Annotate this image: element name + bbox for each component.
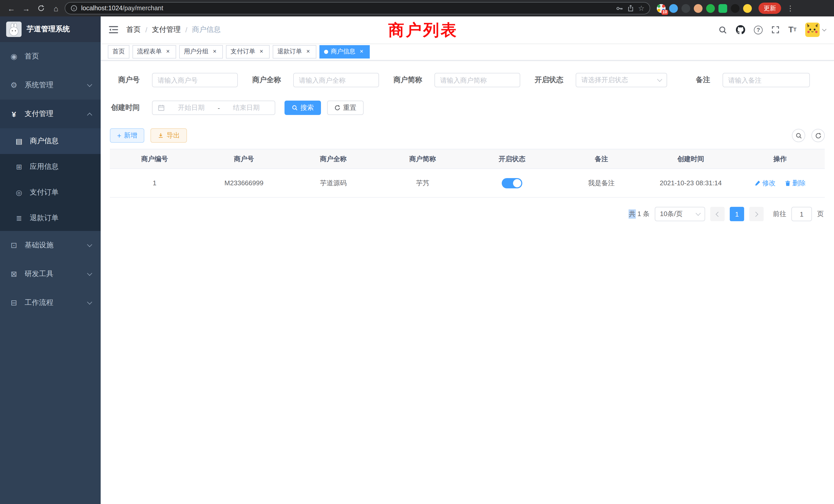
hamburger-icon[interactable] — [109, 26, 118, 34]
app-logo[interactable]: 芋道管理系统 — [0, 17, 101, 42]
app-logo-image — [6, 22, 22, 37]
extension-icon[interactable] — [731, 4, 740, 13]
extension-badge: 10 — [661, 9, 668, 15]
sidebar-item-system[interactable]: ⚙ 系统管理 — [0, 71, 101, 99]
sidebar-item-workflow[interactable]: ⊟ 工作流程 — [0, 289, 101, 317]
magnifier-icon — [795, 132, 802, 139]
sidebar-item-label: 支付订单 — [30, 188, 59, 197]
merchant-no-input[interactable] — [158, 76, 232, 84]
tab-user-group[interactable]: 用户分组 × — [179, 45, 223, 58]
status-select-placeholder: 请选择开启状态 — [581, 75, 628, 85]
filter-row-1: 商户号 商户全称 商户简称 开启状态 请选择开启状态 备注 — [105, 73, 830, 87]
extension-icon[interactable] — [719, 4, 727, 13]
tab-home[interactable]: 首页 — [108, 45, 129, 58]
password-key-icon[interactable] — [616, 4, 624, 12]
browser-chrome: ← → ⌂ localhost:1024/pay/merchant ☆ 10 — [0, 0, 834, 17]
extension-icon[interactable] — [694, 4, 703, 13]
sidebar-item-payment[interactable]: ¥ 支付管理 — [0, 99, 101, 128]
refresh-table-button[interactable] — [811, 129, 825, 142]
add-button[interactable]: + 新增 — [110, 128, 144, 143]
page-size-select[interactable]: 10条/页 — [655, 207, 705, 221]
search-icon[interactable] — [719, 25, 727, 34]
hide-search-button[interactable] — [792, 129, 805, 142]
prev-page-button[interactable] — [710, 207, 725, 221]
browser-menu-icon[interactable]: ⋮ — [787, 4, 794, 12]
tab-refund-order[interactable]: 退款订单 × — [273, 45, 316, 58]
full-name-input[interactable] — [299, 76, 373, 84]
goto-page-input[interactable] — [791, 207, 812, 221]
update-button[interactable]: 更新 — [759, 3, 781, 14]
tab-merchant-info[interactable]: 商户信息 × — [320, 45, 370, 58]
goto-label: 前往 — [773, 209, 786, 219]
breadcrumb-item[interactable]: 首页 — [126, 25, 141, 35]
tab-close-icon[interactable]: × — [164, 48, 172, 55]
status-select[interactable]: 请选择开启状态 — [576, 73, 667, 87]
sidebar-item-label: 工作流程 — [25, 298, 53, 307]
remark-input[interactable] — [728, 76, 804, 84]
sidebar-item-label: 应用信息 — [30, 162, 59, 171]
briefcase-icon: ⊟ — [9, 298, 19, 307]
font-size-icon[interactable]: TT — [788, 26, 796, 34]
next-page-button[interactable] — [749, 207, 764, 221]
help-icon[interactable]: ? — [754, 25, 763, 34]
breadcrumb-item[interactable]: 支付管理 — [152, 25, 181, 35]
address-bar[interactable]: localhost:1024/pay/merchant ☆ — [65, 2, 650, 14]
site-info-icon[interactable] — [70, 5, 78, 12]
table-toolbar: + 新增 导出 — [110, 128, 825, 143]
short-name-input[interactable] — [440, 76, 514, 84]
chevron-down-icon — [87, 242, 92, 247]
extension-icon[interactable]: 10 — [657, 4, 665, 13]
sidebar-item-refund-order[interactable]: ≣ 退款订单 — [0, 205, 101, 231]
breadcrumb: 首页 / 支付管理 / 商户信息 — [126, 25, 221, 35]
tab-payment-order[interactable]: 支付订单 × — [226, 45, 270, 58]
delete-link[interactable]: 删除 — [785, 178, 806, 188]
table-row[interactable]: 1 M233666999 芋道源码 芋艿 我是备注 2021-10-23 08:… — [110, 168, 825, 197]
gear-icon: ⚙ — [9, 81, 19, 90]
forward-button[interactable]: → — [20, 2, 32, 14]
main-content: 商户号 商户全称 商户简称 开启状态 请选择开启状态 备注 — [101, 61, 834, 504]
filter-merchant-no: 商户号 — [105, 73, 238, 87]
back-button[interactable]: ← — [5, 2, 18, 14]
date-range-picker[interactable]: 开始日期 - 结束日期 — [152, 100, 275, 115]
tab-close-icon[interactable]: × — [305, 48, 312, 55]
extension-icon[interactable] — [706, 4, 715, 13]
sidebar-item-label: 支付管理 — [25, 109, 53, 118]
share-icon[interactable] — [627, 5, 635, 12]
page-number-button[interactable]: 1 — [730, 207, 744, 221]
table-header-cell: 创建时间 — [646, 149, 736, 168]
sidebar-item-payment-order[interactable]: ◎ 支付订单 — [0, 180, 101, 205]
record-icon: ◎ — [14, 188, 24, 197]
sidebar-item-home[interactable]: ◉ 首页 — [0, 42, 101, 71]
cell-short-name: 芋艿 — [378, 168, 467, 197]
tab-close-icon[interactable]: × — [358, 48, 365, 55]
sidebar-item-app-info[interactable]: ⊞ 应用信息 — [0, 154, 101, 180]
page-size-value: 10条/页 — [660, 209, 682, 219]
home-icon: ⌂ — [54, 4, 58, 13]
user-menu[interactable] — [805, 23, 826, 37]
sidebar-item-infrastructure[interactable]: ⊡ 基础设施 — [0, 231, 101, 260]
fullscreen-icon[interactable] — [771, 26, 780, 34]
sidebar-item-label: 研发工具 — [25, 270, 53, 279]
cell-status — [467, 168, 557, 197]
bookmark-star-icon[interactable]: ☆ — [638, 4, 644, 12]
extension-icon[interactable] — [743, 4, 752, 13]
reload-button[interactable] — [35, 2, 47, 14]
github-icon[interactable] — [736, 25, 745, 35]
search-button[interactable]: 搜索 — [285, 100, 321, 115]
home-button[interactable]: ⌂ — [50, 2, 62, 14]
tab-close-icon[interactable]: × — [258, 48, 265, 55]
reset-button[interactable]: 重置 — [327, 100, 364, 115]
sidebar-item-merchant-info[interactable]: ▤ 商户信息 — [0, 128, 101, 154]
top-navbar: 首页 / 支付管理 / 商户信息 商户列表 ? TT — [101, 17, 834, 43]
tab-process-form[interactable]: 流程表单 × — [132, 45, 176, 58]
sidebar-item-label: 首页 — [25, 52, 39, 61]
edit-link[interactable]: 修改 — [754, 178, 775, 188]
extension-icon[interactable] — [681, 4, 690, 13]
sidebar-item-devtools[interactable]: ⊠ 研发工具 — [0, 260, 101, 289]
back-icon: ← — [7, 4, 15, 13]
tab-close-icon[interactable]: × — [211, 48, 218, 55]
export-button[interactable]: 导出 — [151, 128, 187, 143]
table-header-cell: 操作 — [736, 149, 825, 168]
status-toggle[interactable] — [502, 178, 522, 188]
extension-icon[interactable] — [669, 4, 678, 13]
